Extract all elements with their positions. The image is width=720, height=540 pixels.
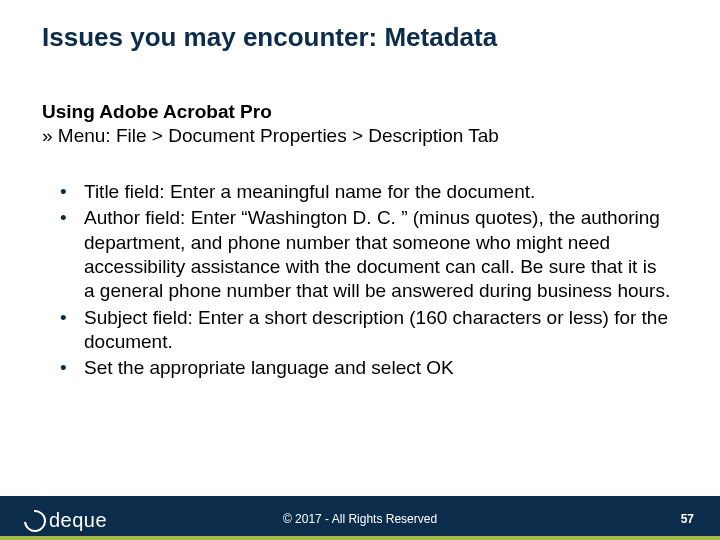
list-item: Title field: Enter a meaningful name for… [58,180,672,204]
slide: Issues you may encounter: Metadata Using… [0,0,720,540]
list-item: Subject field: Enter a short description… [58,306,672,355]
subtitle-block: Using Adobe Acrobat Pro » Menu: File > D… [42,100,678,148]
subtitle-line1: Using Adobe Acrobat Pro [42,100,678,124]
list-item: Set the appropriate language and select … [58,356,672,380]
list-item: Author field: Enter “Washington D. C. ” … [58,206,672,303]
page-number: 57 [681,512,694,526]
copyright-text: © 2017 - All Rights Reserved [0,512,720,526]
slide-title: Issues you may encounter: Metadata [42,22,678,53]
footer-bar: deque © 2017 - All Rights Reserved 57 [0,496,720,540]
footer-accent-line [0,536,720,540]
bullet-list: Title field: Enter a meaningful name for… [58,180,672,383]
subtitle-line2: » Menu: File > Document Properties > Des… [42,124,678,148]
